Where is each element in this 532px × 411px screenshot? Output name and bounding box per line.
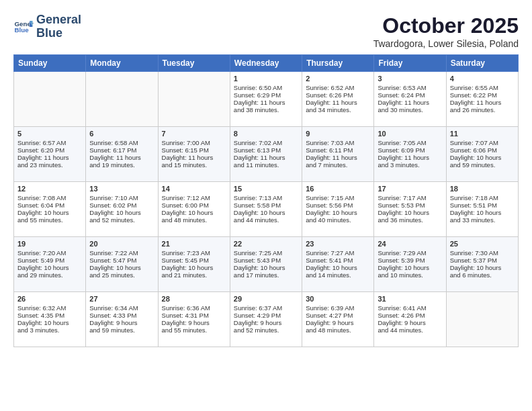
day-info: Daylight: 9 hours xyxy=(162,319,226,326)
day-info: Sunset: 4:35 PM xyxy=(17,312,82,319)
day-info: Sunset: 5:41 PM xyxy=(306,257,370,264)
day-info: and 36 minutes. xyxy=(378,216,442,224)
day-number: 7 xyxy=(162,130,226,138)
page-header: General Blue General Blue October 2025 T… xyxy=(13,13,519,49)
day-info: Daylight: 10 hours xyxy=(162,209,226,216)
calendar-cell xyxy=(86,72,158,127)
day-info: and 21 minutes. xyxy=(162,271,226,279)
calendar-cell: 12Sunrise: 7:08 AMSunset: 6:04 PMDayligh… xyxy=(14,182,86,237)
calendar-cell: 4Sunrise: 6:55 AMSunset: 6:22 PMDaylight… xyxy=(446,72,518,127)
day-info: Sunset: 6:02 PM xyxy=(89,201,154,209)
day-info: Sunrise: 6:58 AM xyxy=(89,139,154,146)
day-number: 29 xyxy=(234,295,298,303)
calendar-week-row: 19Sunrise: 7:20 AMSunset: 5:49 PMDayligh… xyxy=(14,237,519,292)
calendar-cell: 13Sunrise: 7:10 AMSunset: 6:02 PMDayligh… xyxy=(86,182,158,237)
day-info: Sunset: 6:06 PM xyxy=(450,146,515,154)
day-info: Sunrise: 7:30 AM xyxy=(450,249,515,257)
day-info: Sunset: 5:43 PM xyxy=(234,257,298,264)
day-info: and 19 minutes. xyxy=(89,161,154,169)
day-info: Sunrise: 7:18 AM xyxy=(450,194,515,201)
day-info: Daylight: 10 hours xyxy=(17,264,82,271)
day-info: Daylight: 11 hours xyxy=(234,99,298,106)
day-info: Daylight: 10 hours xyxy=(378,209,442,216)
day-info: Sunset: 6:04 PM xyxy=(17,201,82,209)
calendar-week-row: 26Sunrise: 6:32 AMSunset: 4:35 PMDayligh… xyxy=(14,292,519,347)
day-info: Sunset: 5:58 PM xyxy=(234,201,298,209)
day-number: 27 xyxy=(89,295,154,303)
day-info: Sunrise: 7:22 AM xyxy=(89,249,154,257)
weekday-header-sunday: Sunday xyxy=(14,55,86,72)
day-info: Sunrise: 7:13 AM xyxy=(234,194,298,201)
day-info: and 55 minutes. xyxy=(162,326,226,334)
day-info: Sunrise: 7:29 AM xyxy=(378,249,442,257)
day-number: 10 xyxy=(378,130,442,138)
day-info: Sunrise: 6:34 AM xyxy=(89,304,154,312)
day-number: 5 xyxy=(17,130,82,138)
day-number: 6 xyxy=(89,130,154,138)
day-info: Sunset: 5:56 PM xyxy=(306,201,370,209)
calendar-cell: 19Sunrise: 7:20 AMSunset: 5:49 PMDayligh… xyxy=(14,237,86,292)
day-number: 24 xyxy=(378,240,442,248)
calendar-cell: 22Sunrise: 7:25 AMSunset: 5:43 PMDayligh… xyxy=(230,237,302,292)
day-info: Daylight: 11 hours xyxy=(378,99,442,106)
logo-line1: General xyxy=(36,13,81,27)
day-info: Sunset: 6:15 PM xyxy=(162,146,226,154)
calendar-week-row: 5Sunrise: 6:57 AMSunset: 6:20 PMDaylight… xyxy=(14,127,519,182)
calendar-cell: 14Sunrise: 7:12 AMSunset: 6:00 PMDayligh… xyxy=(158,182,230,237)
day-info: Sunrise: 7:12 AM xyxy=(162,194,226,201)
weekday-header-row: SundayMondayTuesdayWednesdayThursdayFrid… xyxy=(14,55,519,72)
day-info: Daylight: 10 hours xyxy=(450,154,515,161)
weekday-header-friday: Friday xyxy=(374,55,446,72)
day-info: and 10 minutes. xyxy=(378,271,442,279)
day-info: and 59 minutes. xyxy=(450,161,515,169)
day-info: and 44 minutes. xyxy=(378,326,442,334)
day-info: Daylight: 9 hours xyxy=(378,319,442,326)
day-info: and 11 minutes. xyxy=(234,161,298,169)
day-number: 31 xyxy=(378,295,442,303)
calendar-cell: 28Sunrise: 6:36 AMSunset: 4:31 PMDayligh… xyxy=(158,292,230,347)
day-info: and 17 minutes. xyxy=(234,271,298,279)
weekday-header-wednesday: Wednesday xyxy=(230,55,302,72)
day-info: Sunset: 5:49 PM xyxy=(17,257,82,264)
day-info: and 29 minutes. xyxy=(17,271,82,279)
calendar-cell: 18Sunrise: 7:18 AMSunset: 5:51 PMDayligh… xyxy=(446,182,518,237)
day-info: Sunrise: 6:32 AM xyxy=(17,304,82,312)
day-info: Sunrise: 7:05 AM xyxy=(378,139,442,146)
day-info: Daylight: 10 hours xyxy=(17,319,82,326)
day-info: and 40 minutes. xyxy=(306,216,370,224)
calendar-cell: 25Sunrise: 7:30 AMSunset: 5:37 PMDayligh… xyxy=(446,237,518,292)
day-number: 22 xyxy=(234,240,298,248)
day-info: Sunrise: 6:52 AM xyxy=(306,84,370,91)
day-info: Daylight: 10 hours xyxy=(162,264,226,271)
day-info: and 25 minutes. xyxy=(89,271,154,279)
day-info: Sunrise: 7:20 AM xyxy=(17,249,82,257)
day-info: and 14 minutes. xyxy=(306,271,370,279)
calendar-cell: 23Sunrise: 7:27 AMSunset: 5:41 PMDayligh… xyxy=(302,237,374,292)
day-info: Daylight: 10 hours xyxy=(378,264,442,271)
day-info: Sunrise: 7:00 AM xyxy=(162,139,226,146)
day-info: Sunrise: 7:03 AM xyxy=(306,139,370,146)
day-number: 18 xyxy=(450,185,515,193)
day-number: 11 xyxy=(450,130,515,138)
weekday-header-monday: Monday xyxy=(86,55,158,72)
day-info: Sunrise: 7:27 AM xyxy=(306,249,370,257)
calendar-cell: 10Sunrise: 7:05 AMSunset: 6:09 PMDayligh… xyxy=(374,127,446,182)
day-info: Sunset: 4:33 PM xyxy=(89,312,154,319)
day-info: Sunset: 6:22 PM xyxy=(450,91,515,99)
day-info: and 52 minutes. xyxy=(234,326,298,334)
calendar-cell: 30Sunrise: 6:39 AMSunset: 4:27 PMDayligh… xyxy=(302,292,374,347)
day-info: Sunset: 5:39 PM xyxy=(378,257,442,264)
calendar-cell: 31Sunrise: 6:41 AMSunset: 4:26 PMDayligh… xyxy=(374,292,446,347)
logo-icon: General Blue xyxy=(13,17,34,37)
day-info: Daylight: 10 hours xyxy=(306,209,370,216)
day-info: Sunset: 6:20 PM xyxy=(17,146,82,154)
day-info: Daylight: 9 hours xyxy=(89,319,154,326)
day-info: and 48 minutes. xyxy=(162,216,226,224)
day-number: 19 xyxy=(17,240,82,248)
day-info: Sunrise: 6:41 AM xyxy=(378,304,442,312)
day-info: Sunrise: 7:15 AM xyxy=(306,194,370,201)
calendar-week-row: 12Sunrise: 7:08 AMSunset: 6:04 PMDayligh… xyxy=(14,182,519,237)
day-info: and 44 minutes. xyxy=(234,216,298,224)
day-info: Sunrise: 6:36 AM xyxy=(162,304,226,312)
calendar-cell xyxy=(446,292,518,347)
